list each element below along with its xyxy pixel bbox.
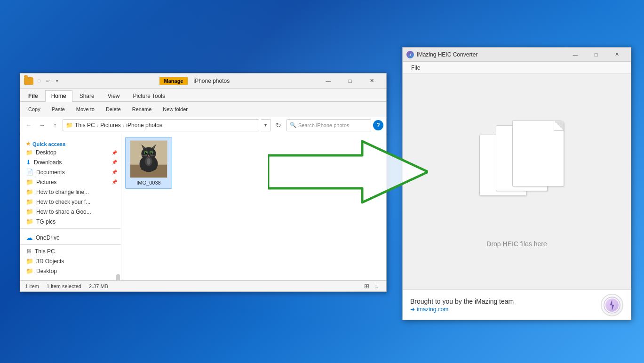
ribbon-newfolder-btn[interactable]: New folder <box>159 105 192 114</box>
maximize-button[interactable]: □ <box>339 73 361 89</box>
tab-file[interactable]: File <box>22 90 44 101</box>
minimize-button[interactable]: — <box>318 73 339 89</box>
imazing-drop-area[interactable]: Drop HEIC files here <box>403 74 631 290</box>
forward-button[interactable]: → <box>36 120 48 131</box>
sidebar-item-howtochange[interactable]: 📁 How to change line... <box>20 187 121 197</box>
address-path[interactable]: 📁 This PC › Pictures › iPhone photos <box>63 119 259 131</box>
footer-text-block: Brought to you by the iMazing team ➜ ima… <box>410 298 595 313</box>
qat-btn-2[interactable]: ↩ <box>44 77 52 85</box>
tab-home[interactable]: Home <box>45 90 72 102</box>
imazing-menubar: File <box>403 62 631 74</box>
sidebar-item-thispc[interactable]: 🖥 This PC <box>20 246 121 256</box>
folder-icon: 📁 <box>26 149 33 156</box>
sidebar-label-documents: Documents <box>36 169 65 176</box>
tab-picture-tools[interactable]: Picture Tools <box>127 90 171 101</box>
sidebar-label-howtoshare: How to share a Goo... <box>36 209 91 215</box>
qat-dropdown[interactable]: ▾ <box>53 77 61 85</box>
sidebar-label-pictures: Pictures <box>36 179 56 186</box>
sidebar-item-3dobjects[interactable]: 📁 3D Objects <box>20 256 121 266</box>
folder-icon-3: 📁 <box>26 208 33 215</box>
ribbon-delete-btn[interactable]: Delete <box>102 105 125 114</box>
sidebar: ★ Quick access 📁 Desktop 📌 ⬇ Downloads 📌… <box>20 133 121 280</box>
download-icon: ⬇ <box>26 159 31 166</box>
folder-icon-1: 📁 <box>26 188 33 195</box>
svg-point-12 <box>146 152 147 153</box>
back-button[interactable]: ← <box>23 120 34 131</box>
grid-view-button[interactable]: ⊞ <box>362 282 371 291</box>
sidebar-item-downloads[interactable]: ⬇ Downloads 📌 <box>20 157 121 167</box>
pin-icon-downloads: 📌 <box>111 160 117 165</box>
sidebar-label-howtochange: How to change line... <box>36 189 89 195</box>
ribbon-rename-btn[interactable]: Rename <box>128 105 156 114</box>
menu-file[interactable]: File <box>406 63 425 73</box>
sidebar-item-pictures[interactable]: 📁 Pictures 📌 <box>20 177 121 187</box>
footer-link[interactable]: ➜ imazing.com <box>410 306 595 313</box>
file-thumbnail <box>130 140 167 178</box>
help-button[interactable]: ? <box>373 120 383 130</box>
quick-access-toolbar: □ ↩ ▾ <box>35 77 158 85</box>
path-sep-2: › <box>123 122 125 128</box>
file-item-img0038[interactable]: IMG_0038 <box>125 137 172 189</box>
path-sep-1: › <box>97 122 99 128</box>
sidebar-item-desktop[interactable]: 📁 Desktop 📌 <box>20 148 121 157</box>
svg-point-20 <box>147 158 151 165</box>
ribbon-paste-btn[interactable]: Paste <box>48 105 69 114</box>
imazing-footer: Brought to you by the iMazing team ➜ ima… <box>403 290 631 320</box>
path-pictures[interactable]: Pictures <box>100 122 120 129</box>
ribbon-move-btn[interactable]: Move to <box>72 105 99 114</box>
sidebar-item-howtoshare[interactable]: 📁 How to share a Goo... <box>20 207 121 217</box>
ribbon: File Home Share View Picture Tools Copy … <box>20 89 386 117</box>
sidebar-label-desktop-pc: Desktop <box>36 268 57 274</box>
ribbon-tabs: File Home Share View Picture Tools <box>20 89 386 102</box>
search-box[interactable]: 🔍 Search iPhone photos <box>286 119 371 131</box>
pin-icon-docs: 📌 <box>111 169 117 175</box>
sidebar-label-howtocheck: How to check your f... <box>36 199 90 205</box>
list-view-button[interactable]: ≡ <box>372 282 382 291</box>
doc-page-3 <box>512 121 564 186</box>
docs-icon: 📄 <box>26 169 33 176</box>
ribbon-copy-btn[interactable]: Copy <box>24 105 45 114</box>
address-bar: ← → ↑ 📁 This PC › Pictures › iPhone phot… <box>20 117 386 133</box>
imazing-logo-svg <box>604 297 620 314</box>
pictures-icon: 📁 <box>26 178 33 186</box>
quick-access-label: ★ Quick access <box>20 138 121 148</box>
onedrive-icon: ☁ <box>26 234 33 242</box>
imazing-minimize[interactable]: — <box>565 48 586 62</box>
up-button[interactable]: ↑ <box>49 120 61 131</box>
imazing-close[interactable]: ✕ <box>606 48 627 62</box>
imazing-maximize[interactable]: □ <box>586 48 606 62</box>
folder-desktop-icon: 📁 <box>26 267 33 274</box>
cat-image <box>130 140 167 178</box>
ribbon-manage-tab[interactable]: Manage <box>159 77 188 85</box>
svg-point-22 <box>152 167 157 170</box>
tab-view[interactable]: View <box>102 90 126 101</box>
explorer-body: ★ Quick access 📁 Desktop 📌 ⬇ Downloads 📌… <box>20 133 386 280</box>
address-dropdown[interactable]: ▾ <box>261 119 270 131</box>
file-content-area[interactable]: IMG_0038 <box>121 133 386 280</box>
imazing-titlebar: i iMazing HEIC Converter — □ ✕ <box>403 48 631 62</box>
folder-icon-4: 📁 <box>26 218 33 225</box>
search-icon: 🔍 <box>290 122 296 128</box>
tab-share[interactable]: Share <box>73 90 101 101</box>
path-thispc[interactable]: This PC <box>75 122 95 129</box>
explorer-window: □ ↩ ▾ Manage iPhone photos — □ ✕ File Ho… <box>20 73 387 292</box>
sidebar-item-onedrive[interactable]: ☁ OneDrive <box>20 232 121 243</box>
imazing-window-controls: — □ ✕ <box>565 48 627 62</box>
sidebar-item-desktop-pc[interactable]: 📁 Desktop <box>20 266 121 276</box>
imazing-logo <box>601 294 623 316</box>
sidebar-item-tgpics[interactable]: 📁 TG pics <box>20 217 121 226</box>
sidebar-item-documents[interactable]: 📄 Documents 📌 <box>20 167 121 177</box>
qat-btn-1[interactable]: □ <box>35 77 43 85</box>
status-bar: 1 item 1 item selected 2.37 MB ⊞ ≡ <box>20 280 386 291</box>
ribbon-content: Copy Paste Move to Delete Rename New fol… <box>20 102 386 117</box>
sidebar-label-downloads: Downloads <box>34 159 62 166</box>
footer-link-text: imazing.com <box>417 306 448 313</box>
path-iphone[interactable]: iPhone photos <box>126 122 162 129</box>
sidebar-label-tgpics: TG pics <box>36 218 56 225</box>
refresh-button[interactable]: ↻ <box>272 119 285 131</box>
path-pc-icon: 📁 <box>66 122 73 129</box>
close-button[interactable]: ✕ <box>361 73 382 89</box>
doc-stack <box>470 116 564 229</box>
titlebar-folder-icon <box>24 77 33 85</box>
sidebar-item-howtocheck[interactable]: 📁 How to check your f... <box>20 197 121 207</box>
